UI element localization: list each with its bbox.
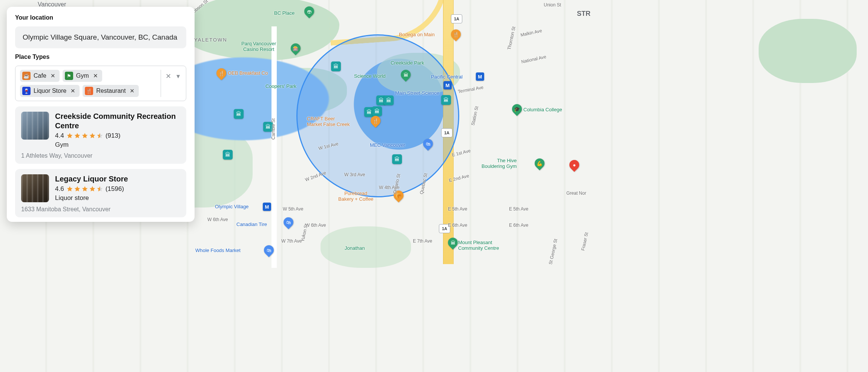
chevron-down-icon[interactable]: ▾ — [176, 72, 180, 80]
poi-label: OEB Breakfast Co — [228, 70, 268, 76]
poi-label: Columbia College — [523, 107, 562, 112]
result-card[interactable]: Legacy Liquor Store 4.6 (1596) Liquor st… — [15, 169, 186, 217]
poi-pin[interactable]: 🛍 — [423, 139, 433, 149]
poi-label: Parq Vancouver Casino Resort — [241, 41, 276, 52]
road-label: Union St — [544, 2, 561, 8]
your-location-label: Your location — [15, 14, 186, 21]
chip-remove-icon[interactable]: ✕ — [129, 88, 136, 94]
poi-label: Pacific Central — [431, 74, 463, 80]
road-label: Thornton St — [506, 26, 517, 50]
shopping-icon: 🛍 — [426, 141, 431, 147]
district-label: STR — [577, 10, 590, 18]
poi-label: BC Place — [274, 10, 294, 16]
restaurant-icon: 🍴 — [453, 32, 459, 37]
result-rating: 4.4 (913) — [55, 132, 180, 140]
road-label: W 7th Ave — [281, 238, 302, 244]
rating-stars — [66, 186, 103, 192]
restaurant-icon: 🍴 — [85, 87, 93, 95]
type-chip-container: ☕ Cafe ✕ ⚑ Gym ✕ 🍷 Liquor Store ✕ 🍴 Rest… — [20, 70, 161, 97]
district-label: YALETOWN — [194, 37, 227, 43]
road-label: National Ave — [521, 54, 547, 65]
location-input[interactable]: Olympic Village Square, Vancouver, BC, C… — [15, 26, 186, 48]
road-label: W 6th Ave — [207, 217, 228, 222]
review-count: (1596) — [106, 185, 124, 193]
result-marker[interactable]: 🏛 — [331, 61, 341, 71]
transit-station-icon[interactable]: M — [476, 72, 484, 81]
route-shield: 1A — [451, 14, 462, 23]
result-marker[interactable]: 🏛 — [223, 150, 233, 160]
chip-label: Liquor Store — [34, 88, 66, 94]
rating-value: 4.4 — [55, 132, 64, 140]
result-category: Gym — [55, 141, 180, 149]
road-label: E 5th Ave — [509, 206, 528, 212]
transit-station-icon[interactable]: M — [443, 81, 452, 89]
poi-label: Mount Pleasant Community Centre — [458, 240, 499, 251]
poi-label: Purebread Bakery + Coffee — [338, 191, 373, 202]
result-marker[interactable]: 🏛 — [372, 106, 382, 116]
chip-remove-icon[interactable]: ✕ — [69, 88, 77, 94]
shopping-icon: 🛍 — [286, 220, 291, 225]
gym-icon: ⚑ — [65, 72, 73, 80]
park-shape — [321, 226, 411, 268]
gym-icon: 💪 — [537, 161, 543, 166]
road-label: Fraser St — [580, 232, 589, 251]
search-panel: Your location Olympic Village Square, Va… — [7, 7, 195, 222]
poi-pin[interactable]: 🎓 — [512, 104, 522, 114]
result-thumbnail — [21, 112, 49, 140]
poi-pin[interactable]: 🏛 — [401, 70, 411, 80]
cafe-icon: ☕ — [22, 72, 31, 80]
type-chip-cafe[interactable]: ☕ Cafe ✕ — [20, 70, 60, 82]
rating-value: 4.6 — [55, 185, 64, 193]
road-label: Station St — [470, 106, 480, 126]
road-label: St George St — [548, 238, 558, 265]
result-card[interactable]: Creekside Community Recreation Centre 4.… — [15, 106, 186, 164]
result-title: Legacy Liquor Store — [55, 174, 180, 184]
poi-pin[interactable]: ● — [569, 160, 579, 170]
transit-station-icon[interactable]: M — [263, 203, 271, 211]
shopping-icon: 🛍 — [267, 247, 271, 253]
route-shield: 1A — [441, 128, 452, 137]
poi-label: Coopers' Park — [265, 83, 296, 89]
type-chip-restaurant[interactable]: 🍴 Restaurant ✕ — [83, 85, 139, 97]
result-marker[interactable]: 🏛 — [392, 154, 402, 164]
chip-remove-icon[interactable]: ✕ — [49, 72, 57, 79]
road-label: Cambie St — [271, 118, 276, 140]
road-label: W 5th Ave — [283, 206, 303, 212]
result-marker[interactable]: 🏛 — [441, 95, 451, 105]
poi-pin[interactable]: 🍴 — [451, 29, 461, 39]
chip-label: Restaurant — [96, 88, 126, 94]
road-label: Great Nor — [566, 191, 586, 196]
road-label: Yukon St — [300, 223, 309, 242]
stadium-icon: 🏟 — [307, 9, 312, 14]
poi-label: Whole Foods Market — [195, 247, 241, 253]
poi-pin[interactable]: 🏛 — [448, 238, 458, 247]
poi-pin[interactable]: 🛍 — [284, 217, 293, 227]
chip-remove-icon[interactable]: ✕ — [92, 72, 99, 79]
chip-label: Gym — [76, 72, 89, 79]
poi-pin[interactable]: 🍴 — [216, 68, 226, 78]
clear-all-icon[interactable]: ✕ — [166, 72, 171, 80]
poi-pin[interactable]: 🍴 — [371, 116, 380, 126]
restaurant-icon: 🍴 — [218, 71, 224, 76]
school-icon: 🎓 — [514, 106, 520, 112]
result-category: Liquor store — [55, 194, 180, 202]
result-marker[interactable]: 🏛 — [384, 95, 394, 105]
poi-pin[interactable]: 🎰 — [291, 43, 301, 53]
poi-label: CRAFT Beer Market False Creek — [307, 116, 350, 127]
poi-label: The Hive Bouldering Gym — [482, 158, 517, 169]
poi-pin[interactable]: 🏟 — [304, 6, 314, 16]
pin-icon: ● — [573, 162, 576, 168]
road-label: E 6th Ave — [448, 223, 467, 228]
road-label: E 1st Ave — [451, 148, 471, 158]
rating-stars — [66, 132, 103, 139]
poi-pin[interactable]: 💪 — [535, 158, 544, 168]
result-thumbnail — [21, 174, 49, 202]
type-chip-liquor[interactable]: 🍷 Liquor Store ✕ — [20, 85, 80, 97]
place-types-multiselect[interactable]: ☕ Cafe ✕ ⚑ Gym ✕ 🍷 Liquor Store ✕ 🍴 Rest… — [15, 66, 186, 101]
poi-pin[interactable]: 🛍 — [264, 245, 274, 255]
result-address: 1633 Manitoba Street, Vancouver — [21, 206, 180, 213]
road-label: W 3rd Ave — [344, 172, 365, 177]
type-chip-gym[interactable]: ⚑ Gym ✕ — [63, 70, 102, 82]
poi-label: Bodega on Main — [399, 32, 435, 37]
result-marker[interactable]: 🏛 — [234, 109, 244, 119]
